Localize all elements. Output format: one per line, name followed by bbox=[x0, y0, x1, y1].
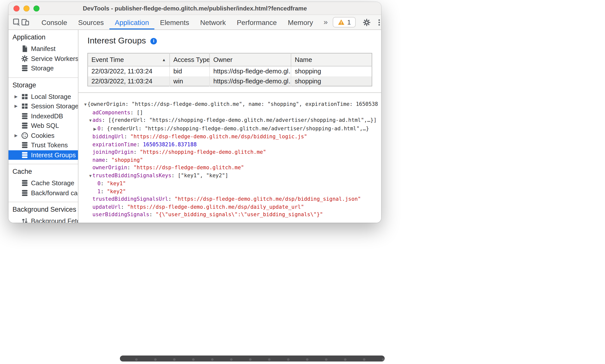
sidebar-item-label: Web SQL bbox=[31, 122, 59, 130]
tab-label: Console bbox=[41, 18, 67, 26]
tree-token-key: name bbox=[92, 157, 105, 163]
cell-text: 22/03/2022, 11:03:24 bbox=[91, 77, 152, 85]
tree-token-plain: : bbox=[127, 164, 133, 170]
collapse-triangle-icon[interactable]: ▼ bbox=[83, 101, 87, 109]
database-icon bbox=[21, 180, 28, 187]
minimize-window-button[interactable] bbox=[23, 5, 29, 11]
cell-event-time: 22/03/2022, 11:03:24 bbox=[88, 66, 170, 76]
tab-label: Network bbox=[200, 18, 226, 26]
sidebar-item-label: Trust Tokens bbox=[31, 142, 68, 149]
sidebar-item-label: Session Storage bbox=[31, 103, 78, 110]
tree-token-plain: : bbox=[101, 180, 107, 186]
expand-triangle-icon[interactable]: ▶ bbox=[14, 133, 21, 138]
tree-token-plain: : bbox=[168, 196, 174, 202]
tab-elements[interactable]: Elements bbox=[154, 15, 195, 29]
cell-text: 22/03/2022, 11:03:24 bbox=[91, 68, 152, 75]
info-icon[interactable]: i bbox=[150, 38, 157, 44]
sidebar-item-background-fetch[interactable]: Background Fetch bbox=[8, 216, 78, 223]
tab-console[interactable]: Console bbox=[36, 15, 73, 29]
cell-event-time: 22/03/2022, 11:03:24 bbox=[88, 76, 170, 86]
database-icon bbox=[21, 65, 28, 72]
tree-token-string: "key2" bbox=[107, 188, 126, 194]
issues-warning-button[interactable]: 1 bbox=[333, 17, 356, 27]
panel-tabs: ConsoleSourcesApplicationElementsNetwork… bbox=[36, 15, 318, 29]
database-icon bbox=[21, 112, 28, 120]
tab-network[interactable]: Network bbox=[195, 15, 231, 29]
sidebar-item-web-sql[interactable]: Web SQL bbox=[8, 121, 78, 131]
database-icon bbox=[21, 151, 28, 159]
close-window-button[interactable] bbox=[13, 5, 19, 11]
table-row[interactable]: 22/03/2022, 11:03:24bidhttps://dsp-fledg… bbox=[88, 66, 372, 76]
sidebar-item-manifest[interactable]: Manifest bbox=[8, 44, 78, 54]
sidebar-item-cookies[interactable]: ▶Cookies bbox=[8, 131, 78, 140]
column-header-owner[interactable]: Owner bbox=[210, 53, 291, 66]
tab-application[interactable]: Application bbox=[109, 15, 154, 29]
table-row[interactable]: 22/03/2022, 11:03:24winhttps://dsp-fledg… bbox=[88, 76, 372, 86]
zoom-window-button[interactable] bbox=[33, 5, 39, 11]
sidebar-section-title: Storage bbox=[8, 79, 78, 92]
sidebar-item-indexeddb[interactable]: IndexedDB bbox=[8, 111, 78, 121]
tree-line: biddingUrl: "https://dsp-fledge-demo.gli… bbox=[78, 133, 381, 141]
sidebar-item-session-storage[interactable]: ▶Session Storage bbox=[8, 101, 78, 111]
expand-triangle-icon[interactable]: ▶ bbox=[93, 125, 97, 133]
sidebar-item-label: Service Workers bbox=[31, 55, 78, 62]
tree-token-key: 1 bbox=[97, 188, 101, 194]
sidebar-item-service-workers[interactable]: Service Workers bbox=[8, 54, 78, 63]
gear-icon bbox=[21, 55, 28, 62]
inspect-element-button[interactable] bbox=[12, 15, 21, 29]
tree-token-key: adComponents bbox=[92, 109, 130, 115]
sidebar-item-local-storage[interactable]: ▶Local Storage bbox=[8, 92, 78, 101]
expand-triangle-icon[interactable]: ▶ bbox=[14, 104, 21, 109]
tree-line: ▼trustedBiddingSignalsKeys: ["key1", "ke… bbox=[78, 172, 381, 180]
sidebar-item-label: Back/forward cach bbox=[31, 189, 78, 197]
application-sidebar: ApplicationManifestService WorkersStorag… bbox=[8, 30, 78, 223]
column-header-event-time[interactable]: Event Time▲ bbox=[88, 53, 170, 66]
window-titlebar: DevTools - publisher-fledge-demo.glitch.… bbox=[8, 2, 381, 15]
expand-triangle-icon[interactable]: ▶ bbox=[14, 94, 21, 99]
tree-token-plain: : bbox=[121, 203, 127, 209]
sidebar-section-title: Background Services bbox=[8, 203, 78, 216]
more-options-button[interactable] bbox=[373, 15, 381, 30]
tree-token-string: "key1" bbox=[107, 180, 126, 186]
cell-text: bid bbox=[173, 68, 182, 75]
sidebar-section-title: Application bbox=[8, 31, 78, 44]
toolbar-right-group: 1 bbox=[333, 15, 381, 29]
sidebar-item-trust-tokens[interactable]: Trust Tokens bbox=[8, 140, 78, 150]
cell-owner: https://dsp-fledge-demo.gl… bbox=[210, 66, 291, 76]
cell-text: https://dsp-fledge-demo.gl… bbox=[213, 77, 291, 85]
sidebar-item-storage[interactable]: Storage bbox=[8, 63, 78, 73]
tree-line: ▼ads: [{renderUrl: "https://shopping-fle… bbox=[78, 116, 381, 125]
warning-count: 1 bbox=[347, 18, 351, 26]
tree-token-string: "https://dsp-fledge-demo.glitch.me/dsp/b… bbox=[175, 196, 361, 202]
events-table-head: Event Time▲Access TypeOwnerName bbox=[88, 53, 372, 66]
collapse-triangle-icon[interactable]: ▼ bbox=[88, 172, 92, 180]
collapse-triangle-icon[interactable]: ▼ bbox=[88, 117, 92, 125]
tree-line: name: "shopping" bbox=[78, 156, 381, 164]
tree-token-number: 1650538216.837188 bbox=[143, 141, 197, 147]
sidebar-item-cache-storage[interactable]: Cache Storage bbox=[8, 178, 78, 188]
sidebar-section-cache: CacheCache StorageBack/forward cach bbox=[8, 164, 78, 202]
database-icon bbox=[21, 142, 28, 149]
sidebar-section-title: Cache bbox=[8, 165, 78, 178]
tree-line: userBiddingSignals: "{\"user_bidding_sig… bbox=[78, 211, 381, 218]
sidebar-item-interest-groups[interactable]: Interest Groups bbox=[8, 150, 78, 160]
device-toolbar-icon bbox=[21, 18, 29, 26]
column-header-access-type[interactable]: Access Type bbox=[170, 53, 210, 66]
column-header-label: Event Time bbox=[91, 56, 124, 63]
main-content: Interest Groups i Event Time▲Access Type… bbox=[78, 30, 381, 223]
tree-line: trustedBiddingSignalsUrl: "https://dsp-f… bbox=[78, 195, 381, 203]
tab-label: Performance bbox=[237, 18, 277, 26]
cell-name: shopping bbox=[291, 66, 372, 76]
sidebar-item-back-forward-cach[interactable]: Back/forward cach bbox=[8, 188, 78, 198]
tab-sources[interactable]: Sources bbox=[73, 15, 109, 29]
settings-button[interactable] bbox=[360, 15, 373, 30]
more-tabs-button[interactable]: » bbox=[318, 17, 333, 27]
tree-token-plain: : bbox=[124, 133, 130, 139]
tree-token-key: expirationTime bbox=[92, 141, 137, 147]
tab-memory[interactable]: Memory bbox=[282, 15, 318, 29]
tab-performance[interactable]: Performance bbox=[231, 15, 282, 29]
device-toolbar-button[interactable] bbox=[21, 15, 29, 29]
manifest-file-icon bbox=[21, 45, 28, 53]
cookie-icon bbox=[21, 132, 28, 139]
column-header-name[interactable]: Name bbox=[291, 53, 372, 66]
